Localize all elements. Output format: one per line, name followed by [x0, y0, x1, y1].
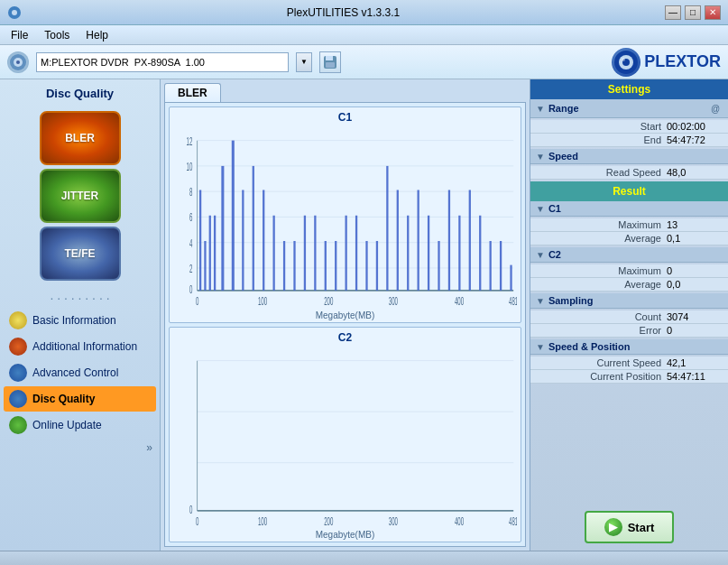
plextor-circle-icon — [612, 48, 640, 77]
online-update-icon — [9, 416, 27, 434]
window-title: PlexUTILITIES v1.3.3.1 — [22, 6, 665, 19]
svg-rect-59 — [448, 190, 450, 290]
c1-collapse-icon: ▼ — [536, 204, 545, 214]
sidebar-item-advanced[interactable]: Advanced Control — [4, 360, 156, 385]
c2-section-header[interactable]: ▼ C2 — [530, 247, 728, 263]
c1-chart: C1 12 10 8 6 4 2 0 — [169, 107, 521, 323]
close-button[interactable]: ✕ — [705, 5, 721, 20]
current-speed-row: Current Speed 42,1 — [530, 357, 728, 370]
nav-items: Basic Information Additional Information… — [4, 308, 156, 438]
c2-xlabel: Megabyte(MB) — [173, 530, 517, 540]
toolbar: ▼ PLEXTOR — [0, 45, 728, 79]
current-speed-label: Current Speed — [538, 357, 667, 368]
nav-bottom: » — [4, 438, 156, 458]
svg-rect-53 — [386, 166, 388, 291]
drive-icon — [7, 51, 29, 73]
drive-select[interactable] — [36, 52, 289, 72]
svg-rect-6 — [326, 56, 333, 60]
svg-text:0: 0 — [196, 514, 199, 525]
svg-text:200: 200 — [324, 295, 333, 306]
c2-avg-label: Average — [538, 279, 667, 290]
svg-rect-51 — [365, 241, 367, 291]
save-button[interactable] — [319, 51, 341, 73]
svg-text:4: 4 — [189, 236, 193, 249]
current-speed-value: 42,1 — [667, 357, 721, 368]
svg-rect-64 — [500, 241, 502, 291]
c2-chart: C2 0 0 100 200 300 400 — [169, 327, 521, 543]
svg-rect-52 — [376, 241, 378, 291]
tefe-button[interactable]: TE/FE — [40, 227, 121, 281]
sampling-error-row: Error 0 — [530, 324, 728, 338]
svg-rect-48 — [335, 241, 336, 291]
advanced-control-label: Advanced Control — [32, 366, 118, 379]
range-start-row: Start 00:02:00 — [530, 120, 728, 134]
drive-dropdown-arrow[interactable]: ▼ — [296, 52, 312, 72]
range-section-header[interactable]: ▼ Range @ — [530, 99, 728, 118]
maximize-button[interactable]: □ — [685, 5, 701, 20]
range-start-label: Start — [538, 121, 667, 132]
current-pos-row: Current Position 54:47:11 — [530, 370, 728, 384]
svg-rect-61 — [469, 190, 471, 290]
expand-button[interactable]: » — [146, 441, 152, 454]
advanced-control-icon — [9, 364, 27, 382]
additional-info-label: Additional Information — [32, 340, 137, 353]
menu-file[interactable]: File — [4, 27, 35, 43]
sidebar-title: Disc Quality — [4, 83, 156, 107]
tefe-label: TE/FE — [64, 247, 95, 260]
svg-rect-49 — [346, 216, 347, 291]
jitter-button[interactable]: JITTER — [40, 169, 121, 223]
svg-text:2: 2 — [189, 262, 193, 274]
c2-result-content: Maximum 0 Average 0,0 — [530, 263, 728, 293]
start-label: Start — [628, 521, 655, 534]
svg-rect-46 — [314, 216, 316, 291]
c1-avg-label: Average — [538, 233, 667, 244]
svg-rect-34 — [204, 241, 206, 291]
c1-avg-value: 0,1 — [667, 233, 721, 244]
svg-rect-50 — [355, 216, 357, 291]
jitter-label: JITTER — [61, 190, 98, 202]
svg-text:400: 400 — [455, 514, 464, 525]
sidebar-item-basic[interactable]: Basic Information — [4, 308, 156, 333]
basic-info-icon — [9, 311, 27, 329]
disc-button-area: BLER JITTER TE/FE — [4, 107, 156, 284]
basic-info-label: Basic Information — [32, 314, 116, 327]
app-icon — [7, 5, 22, 20]
menu-tools[interactable]: Tools — [37, 27, 77, 43]
speed-section-header[interactable]: ▼ Speed — [530, 149, 728, 164]
sidebar-item-additional[interactable]: Additional Information — [4, 334, 156, 359]
svg-rect-39 — [242, 190, 244, 290]
status-bar — [0, 551, 728, 565]
start-button[interactable]: ▶ Start — [585, 511, 675, 543]
svg-text:0: 0 — [189, 503, 193, 515]
c2-result-label: C2 — [548, 249, 723, 260]
tab-bler[interactable]: BLER — [164, 83, 221, 102]
svg-rect-65 — [510, 265, 511, 291]
current-pos-label: Current Position — [538, 371, 667, 382]
svg-rect-42 — [272, 216, 274, 291]
svg-rect-47 — [325, 241, 327, 291]
c2-max-row: Maximum 0 — [530, 264, 728, 278]
sampling-section-header[interactable]: ▼ Sampling — [530, 293, 728, 309]
c1-chart-title: C1 — [173, 111, 517, 124]
range-start-value: 00:02:00 — [667, 121, 721, 132]
svg-text:400: 400 — [455, 295, 464, 306]
svg-point-1 — [12, 10, 17, 15]
menu-help[interactable]: Help — [78, 27, 115, 43]
speed-pos-section-header[interactable]: ▼ Speed & Position — [530, 339, 728, 355]
svg-text:10: 10 — [187, 160, 193, 172]
c2-avg-value: 0,0 — [667, 279, 721, 290]
speed-content: Read Speed 48,0 — [530, 164, 728, 181]
c1-section-header[interactable]: ▼ C1 — [530, 201, 728, 217]
settings-gear-icon[interactable]: @ — [708, 101, 723, 116]
speed-label: Speed — [548, 151, 723, 162]
svg-rect-7 — [326, 62, 335, 68]
svg-text:0: 0 — [189, 283, 193, 296]
svg-text:481: 481 — [509, 514, 517, 525]
sidebar-item-disc-quality[interactable]: Disc Quality — [4, 386, 156, 412]
range-collapse-icon: ▼ — [536, 104, 545, 114]
bler-button[interactable]: BLER — [40, 111, 121, 165]
svg-rect-33 — [199, 190, 201, 290]
sidebar-item-online-update[interactable]: Online Update — [4, 412, 156, 438]
minimize-button[interactable]: — — [665, 5, 681, 20]
disc-quality-label: Disc Quality — [32, 393, 95, 405]
